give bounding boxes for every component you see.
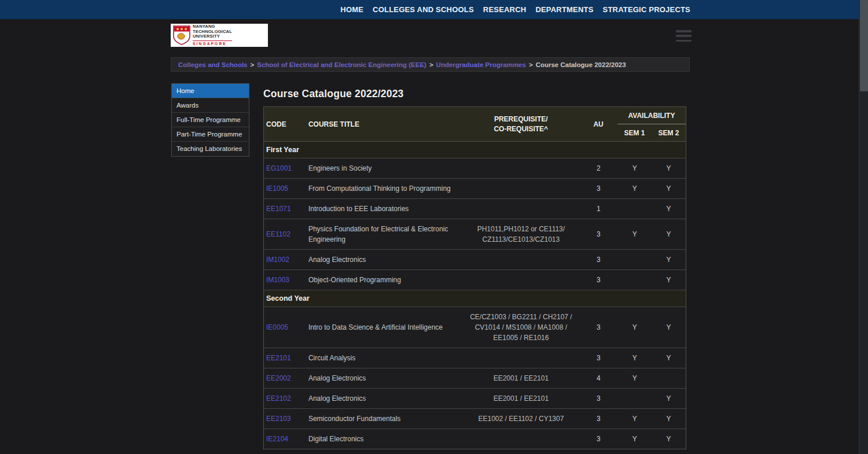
sem2-cell: Y — [652, 429, 686, 449]
header-au: AU — [579, 107, 617, 141]
course-code-link-im1002[interactable]: IM1002 — [266, 256, 289, 264]
course-title-cell: Circuit Analysis — [306, 348, 463, 368]
prerequisite-cell — [463, 275, 580, 285]
nav-item-research[interactable]: RESEARCH — [483, 5, 527, 14]
course-title-cell: Engineers in Society — [306, 158, 463, 178]
ntu-logo[interactable]: NANYANG TECHNOLOGICAL UNIVERSITY SINGAPO… — [171, 24, 268, 47]
prerequisite-cell — [463, 255, 580, 264]
sem1-cell: Y — [617, 224, 652, 244]
course-title-cell: Introduction to EEE Laboratories — [306, 199, 463, 219]
nav-item-strategic-projects[interactable]: STRATEGIC PROJECTS — [603, 5, 690, 14]
section-header-row-second-year: Second Year — [264, 290, 686, 307]
au-cell: 3 — [579, 318, 617, 337]
course-code-link-ee2101[interactable]: EE2101 — [266, 354, 291, 362]
course-title-cell: From Computational Thinking to Programmi… — [306, 179, 463, 198]
course-code-cell: IE1005 — [264, 179, 306, 198]
course-code-link-ee1071[interactable]: EE1071 — [266, 205, 291, 213]
sem1-cell: Y — [617, 429, 652, 449]
sem1-cell — [617, 204, 652, 213]
course-code-link-ie2104[interactable]: IE2104 — [266, 435, 288, 443]
prerequisite-cell — [463, 353, 580, 363]
course-row-ee2002: EE2002Analog ElectronicsEE2001 / EE21014… — [264, 368, 686, 389]
course-title-cell: Analog Electronics — [306, 368, 463, 388]
course-code-cell: EE2002 — [264, 368, 306, 388]
sem1-cell: Y — [617, 158, 652, 178]
scrollbar-track[interactable] — [859, 0, 868, 454]
sem1-cell: Y — [617, 409, 652, 429]
au-cell: 3 — [579, 389, 617, 408]
header-prerequisite: PREREQUISITE/CO-REQUISITE^ — [462, 107, 579, 141]
au-cell: 2 — [579, 158, 617, 178]
course-title-cell: Physics Foundation for Electrical & Elec… — [306, 219, 463, 249]
sidebar-item-teaching-laboratories[interactable]: Teaching Laboratories — [172, 142, 249, 156]
top-navigation-bar: HOMECOLLEGES AND SCHOOLSRESEARCHDEPARTME… — [0, 0, 868, 19]
sidebar-item-full-time-programme[interactable]: Full-Time Programme — [172, 113, 249, 127]
main-content: Course Catalogue 2022/2023 CODE COURSE T… — [263, 88, 686, 449]
nav-item-departments[interactable]: DEPARTMENTS — [535, 5, 593, 14]
ntu-crest-icon — [173, 25, 190, 45]
breadcrumb-link-colleges-and-schools[interactable]: Colleges and Schools — [178, 61, 248, 68]
breadcrumb-current: Course Catalogue 2022/2023 — [536, 61, 626, 68]
nav-item-colleges-and-schools[interactable]: COLLEGES AND SCHOOLS — [373, 5, 474, 14]
breadcrumb-link-school-of-electrical-and-electronic-engineering-eee[interactable]: School of Electrical and Electronic Engi… — [257, 61, 426, 68]
prerequisite-cell: EE1002 / EE1102 / CY1307 — [463, 409, 580, 429]
logo-country: SINGAPORE — [193, 40, 232, 46]
prerequisite-cell — [463, 164, 580, 173]
sem2-cell: Y — [652, 199, 686, 219]
course-row-ee1102: EE1102Physics Foundation for Electrical … — [264, 219, 686, 250]
sem1-cell: Y — [617, 348, 652, 368]
section-header-row-first-year: First Year — [264, 142, 686, 158]
sem2-cell: Y — [652, 179, 686, 198]
prerequisite-cell: EE2001 / EE2101 — [463, 368, 580, 388]
header-availability-group: AVAILABILITY SEM 1 SEM 2 — [617, 107, 686, 141]
course-code-link-ee2103[interactable]: EE2103 — [266, 415, 291, 423]
header-availability: AVAILABILITY — [617, 107, 686, 124]
au-cell: 3 — [579, 348, 617, 368]
top-nav-links: HOMECOLLEGES AND SCHOOLSRESEARCHDEPARTME… — [340, 0, 690, 19]
au-cell: 3 — [579, 179, 617, 198]
nav-item-home[interactable]: HOME — [340, 5, 363, 14]
sem2-cell: Y — [652, 158, 686, 178]
course-code-link-im1003[interactable]: IM1003 — [266, 276, 289, 284]
sem2-cell: Y — [652, 389, 686, 408]
course-row-ie2104: IE2104Digital Electronics3YY — [264, 429, 686, 449]
course-code-link-ie1005[interactable]: IE1005 — [266, 184, 288, 193]
course-code-cell: EE2103 — [264, 409, 306, 429]
au-cell: 3 — [579, 409, 617, 429]
course-row-ee2102: EE2102Analog ElectronicsEE2001 / EE21013… — [264, 389, 686, 409]
prerequisite-cell — [463, 204, 580, 213]
hamburger-menu-icon[interactable] — [676, 30, 692, 42]
sidebar-item-part-time-programme[interactable]: Part-Time Programme — [172, 127, 249, 142]
prerequisite-cell — [463, 434, 580, 444]
prerequisite-cell: EE2001 / EE2101 — [463, 389, 580, 408]
course-table-body: First YearEG1001Engineers in Society2YYI… — [264, 142, 686, 449]
course-code-link-ee2002[interactable]: EE2002 — [266, 374, 291, 382]
prerequisite-cell — [463, 184, 580, 193]
sem2-cell: Y — [652, 270, 686, 290]
course-title-cell: Intro to Data Science & Artificial Intel… — [306, 318, 463, 337]
sem1-cell: Y — [617, 179, 652, 198]
sidebar-item-home[interactable]: Home — [172, 84, 249, 98]
course-row-ee2103: EE2103Semiconductor FundamentalsEE1002 /… — [264, 409, 686, 429]
page-title: Course Catalogue 2022/2023 — [263, 88, 686, 100]
course-code-link-ee2102[interactable]: EE2102 — [266, 394, 291, 403]
logo-text: NANYANG TECHNOLOGICAL UNIVERSITY SINGAPO… — [193, 24, 232, 46]
sem1-cell: Y — [617, 318, 652, 337]
sem2-cell — [652, 374, 686, 383]
logo-line-3: UNIVERSITY — [193, 34, 232, 39]
au-cell: 4 — [579, 368, 617, 388]
course-title-cell: Object-Oriented Programming — [306, 270, 463, 290]
scrollbar-thumb[interactable] — [860, 0, 868, 91]
course-code-link-ie0005[interactable]: IE0005 — [266, 323, 288, 331]
course-title-cell: Analog Electronics — [306, 389, 463, 408]
prerequisite-cell: PH1011,PH1012 or CE1113/ CZ1113/CE1013/C… — [463, 219, 580, 249]
au-cell: 3 — [579, 224, 617, 244]
sem1-cell — [617, 394, 652, 403]
sidebar-item-awards[interactable]: Awards — [172, 98, 249, 113]
course-code-link-ee1102[interactable]: EE1102 — [266, 230, 290, 238]
course-row-ee1071: EE1071Introduction to EEE Laboratories1Y — [264, 199, 686, 219]
course-code-link-eg1001[interactable]: EG1001 — [266, 164, 292, 172]
header-sem1: SEM 1 — [617, 124, 652, 141]
breadcrumb-link-undergraduate-programmes[interactable]: Undergraduate Programmes — [436, 61, 526, 68]
course-row-ie0005: IE0005Intro to Data Science & Artificial… — [264, 307, 686, 348]
